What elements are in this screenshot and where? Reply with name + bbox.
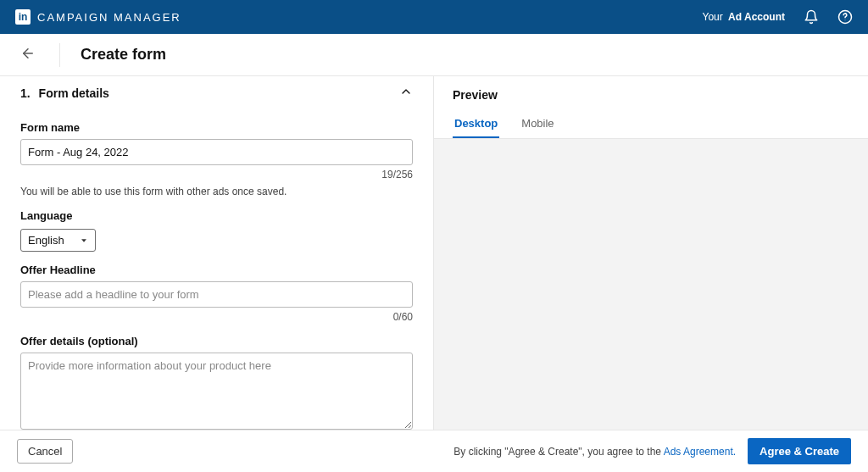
ads-agreement-link[interactable]: Ads Agreement. bbox=[664, 446, 736, 458]
offer-details-textarea[interactable] bbox=[20, 353, 413, 430]
linkedin-logo: in bbox=[15, 9, 31, 25]
form-name-input[interactable] bbox=[20, 139, 413, 165]
tab-desktop[interactable]: Desktop bbox=[453, 110, 499, 138]
svg-point-1 bbox=[845, 19, 846, 20]
caret-down-icon bbox=[80, 236, 88, 245]
bell-icon[interactable] bbox=[804, 9, 819, 25]
topbar: in CAMPAIGN MANAGER Your Ad Account bbox=[0, 0, 868, 34]
preview-pane: Preview Desktop Mobile bbox=[434, 76, 868, 430]
language-label: Language bbox=[20, 209, 413, 222]
brand-title: CAMPAIGN MANAGER bbox=[37, 11, 181, 24]
svg-marker-3 bbox=[81, 239, 86, 242]
subheader: Create form bbox=[0, 34, 868, 76]
agreement-text-label: By clicking "Agree & Create", you agree … bbox=[453, 446, 663, 458]
offer-headline-input[interactable] bbox=[20, 281, 413, 308]
form-pane: 1. Form details Form name 19/256 You wil… bbox=[0, 76, 434, 430]
agree-create-button[interactable]: Agree & Create bbox=[748, 438, 851, 464]
preview-tabs: Desktop Mobile bbox=[453, 110, 849, 138]
offer-headline-counter: 0/60 bbox=[20, 311, 413, 323]
form-name-counter: 19/256 bbox=[20, 169, 413, 180]
language-select[interactable]: English bbox=[20, 229, 96, 252]
footer: Cancel By clicking "Agree & Create", you… bbox=[0, 430, 868, 472]
agreement-text: By clicking "Agree & Create", you agree … bbox=[453, 446, 736, 458]
account-prefix: Your bbox=[703, 11, 723, 23]
tab-mobile[interactable]: Mobile bbox=[520, 110, 555, 138]
preview-canvas bbox=[434, 139, 868, 430]
cancel-button[interactable]: Cancel bbox=[17, 439, 73, 464]
section-header-form-details[interactable]: 1. Form details bbox=[20, 76, 413, 109]
preview-title: Preview bbox=[453, 88, 849, 102]
help-icon[interactable] bbox=[837, 9, 853, 25]
divider bbox=[59, 43, 60, 67]
section-number: 1. bbox=[20, 86, 31, 100]
page-title: Create form bbox=[81, 46, 166, 64]
back-button[interactable] bbox=[17, 42, 39, 67]
linkedin-logo-text: in bbox=[19, 11, 28, 23]
form-name-hint: You will be able to use this form with o… bbox=[20, 186, 413, 197]
language-value: English bbox=[28, 234, 64, 247]
form-name-label: Form name bbox=[20, 121, 413, 134]
offer-headline-label: Offer Headline bbox=[20, 264, 413, 276]
account-label: Ad Account bbox=[728, 11, 785, 23]
offer-details-label: Offer details (optional) bbox=[20, 335, 413, 347]
arrow-left-icon bbox=[20, 46, 36, 61]
account-switcher[interactable]: Your Ad Account bbox=[703, 11, 785, 23]
section-title: Form details bbox=[39, 86, 109, 100]
chevron-up-icon bbox=[399, 85, 413, 101]
